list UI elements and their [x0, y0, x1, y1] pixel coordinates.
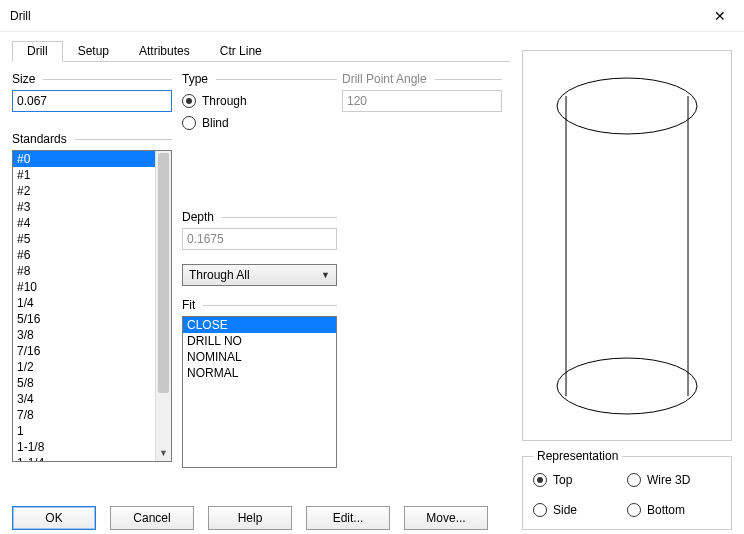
radio-icon: [533, 473, 547, 487]
move-button[interactable]: Move...: [404, 506, 488, 530]
list-item[interactable]: 3/4: [13, 391, 155, 407]
rep-wire3d[interactable]: Wire 3D: [627, 469, 721, 491]
rep-bottom[interactable]: Bottom: [627, 499, 721, 521]
type-blind[interactable]: Blind: [182, 112, 337, 134]
drill-point-angle-input: [342, 90, 502, 112]
list-item[interactable]: DRILL NO: [183, 333, 336, 349]
standards-list[interactable]: #0#1#2#3#4#5#6#8#101/45/163/87/161/25/83…: [12, 150, 172, 462]
list-item[interactable]: 5/16: [13, 311, 155, 327]
radio-icon: [182, 94, 196, 108]
list-item[interactable]: 7/16: [13, 343, 155, 359]
list-item[interactable]: #0: [13, 151, 155, 167]
tab-body: Size Type Through Blind Drill Point A: [12, 62, 510, 530]
size-group: Size: [12, 72, 172, 112]
window-title: Drill: [10, 9, 706, 23]
depth-group: Depth Through All ▼: [182, 210, 337, 286]
tab-setup[interactable]: Setup: [63, 41, 124, 62]
list-item[interactable]: 1-1/8: [13, 439, 155, 455]
drill-dialog: Drill ✕ Drill Setup Attributes Ctr Line …: [0, 0, 744, 534]
fit-label: Fit: [182, 298, 337, 312]
list-item[interactable]: 1/2: [13, 359, 155, 375]
drill-point-angle-group: Drill Point Angle: [342, 72, 502, 112]
rep-top[interactable]: Top: [533, 469, 627, 491]
type-through[interactable]: Through: [182, 90, 337, 112]
scroll-thumb[interactable]: [158, 153, 169, 393]
size-label: Size: [12, 72, 172, 86]
help-button[interactable]: Help: [208, 506, 292, 530]
list-item[interactable]: #2: [13, 183, 155, 199]
left-pane: Drill Setup Attributes Ctr Line Size Typ…: [12, 40, 510, 530]
radio-icon: [627, 473, 641, 487]
depth-label: Depth: [182, 210, 337, 224]
scroll-down-icon[interactable]: ▼: [156, 445, 171, 461]
list-item[interactable]: 1-1/4: [13, 455, 155, 461]
titlebar: Drill ✕: [0, 0, 744, 32]
cancel-button[interactable]: Cancel: [110, 506, 194, 530]
list-item[interactable]: #3: [13, 199, 155, 215]
content: Drill Setup Attributes Ctr Line Size Typ…: [12, 40, 732, 530]
right-pane: Representation Top Wire 3D Side Bottom: [522, 40, 732, 530]
tab-ctrline[interactable]: Ctr Line: [205, 41, 277, 62]
depth-mode-combo[interactable]: Through All ▼: [182, 264, 337, 286]
standards-label: Standards: [12, 132, 172, 146]
tab-attributes[interactable]: Attributes: [124, 41, 205, 62]
depth-input: [182, 228, 337, 250]
list-item[interactable]: #8: [13, 263, 155, 279]
list-item[interactable]: 1: [13, 423, 155, 439]
list-item[interactable]: #10: [13, 279, 155, 295]
rep-side[interactable]: Side: [533, 499, 627, 521]
list-item[interactable]: CLOSE: [183, 317, 336, 333]
standards-group: Standards #0#1#2#3#4#5#6#8#101/45/163/87…: [12, 132, 172, 486]
chevron-down-icon: ▼: [321, 270, 330, 280]
list-item[interactable]: #5: [13, 231, 155, 247]
fit-list[interactable]: CLOSEDRILL NONOMINALNORMAL: [182, 316, 337, 468]
edit-button[interactable]: Edit...: [306, 506, 390, 530]
size-input[interactable]: [12, 90, 172, 112]
type-group: Type Through Blind: [182, 72, 337, 134]
list-item[interactable]: NOMINAL: [183, 349, 336, 365]
close-icon[interactable]: ✕: [706, 4, 734, 28]
dialog-buttons: OK Cancel Help Edit... Move...: [12, 506, 488, 530]
list-item[interactable]: #4: [13, 215, 155, 231]
cylinder-preview-icon: [542, 66, 712, 426]
scrollbar[interactable]: ▲ ▼: [155, 151, 171, 461]
list-item[interactable]: 7/8: [13, 407, 155, 423]
representation-group: Representation Top Wire 3D Side Bottom: [522, 449, 732, 530]
list-item[interactable]: #6: [13, 247, 155, 263]
ok-button[interactable]: OK: [12, 506, 96, 530]
representation-label: Representation: [533, 449, 622, 463]
svg-point-0: [557, 78, 697, 134]
svg-point-1: [557, 358, 697, 414]
drill-point-angle-label: Drill Point Angle: [342, 72, 502, 86]
fit-group: Fit CLOSEDRILL NONOMINALNORMAL: [182, 298, 337, 468]
radio-icon: [182, 116, 196, 130]
type-label: Type: [182, 72, 337, 86]
list-item[interactable]: NORMAL: [183, 365, 336, 381]
tab-drill[interactable]: Drill: [12, 41, 63, 62]
list-item[interactable]: 1/4: [13, 295, 155, 311]
tab-bar: Drill Setup Attributes Ctr Line: [12, 40, 510, 62]
radio-icon: [627, 503, 641, 517]
list-item[interactable]: 5/8: [13, 375, 155, 391]
list-item[interactable]: #1: [13, 167, 155, 183]
preview-canvas: [522, 50, 732, 441]
list-item[interactable]: 3/8: [13, 327, 155, 343]
radio-icon: [533, 503, 547, 517]
